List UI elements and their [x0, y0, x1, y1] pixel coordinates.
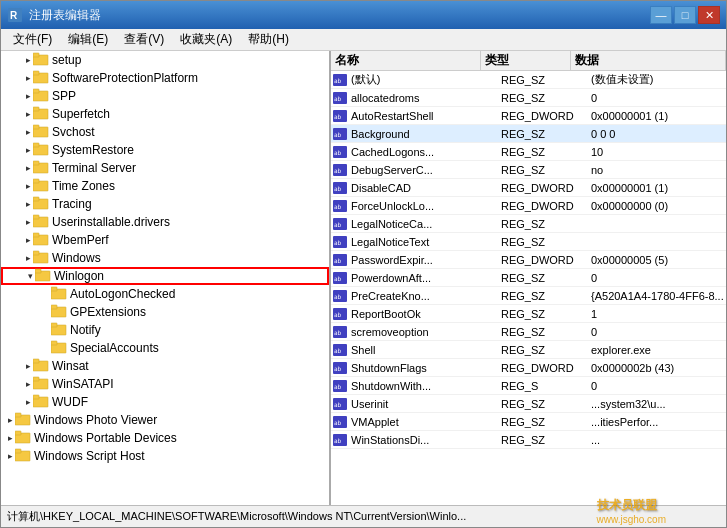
table-row[interactable]: ab CachedLogons...REG_SZ10 — [331, 143, 726, 161]
expand-arrow-icon[interactable]: ▸ — [23, 109, 33, 119]
menu-item[interactable]: 编辑(E) — [60, 29, 116, 50]
table-row[interactable]: ab ForceUnlockLo...REG_DWORD0x00000000 (… — [331, 197, 726, 215]
tree-item[interactable]: ▸ WinSATAPI — [1, 375, 329, 393]
values-list[interactable]: ab (默认)REG_SZ(数值未设置) ab allocatedromsREG… — [331, 71, 726, 505]
expand-arrow-icon[interactable]: ▸ — [23, 91, 33, 101]
tree-item-label: WinSATAPI — [52, 377, 114, 391]
expand-arrow-icon[interactable]: ▸ — [23, 361, 33, 371]
table-row[interactable]: ab scremoveoptionREG_SZ0 — [331, 323, 726, 341]
svg-rect-13 — [33, 143, 39, 147]
table-row[interactable]: ab PreCreateKno...REG_SZ{A520A1A4-1780-4… — [331, 287, 726, 305]
col-header-name[interactable]: 名称 — [331, 51, 481, 70]
tree-item[interactable]: ▸ Windows Portable Devices — [1, 429, 329, 447]
expand-arrow-icon[interactable]: ▸ — [23, 217, 33, 227]
menu-item[interactable]: 文件(F) — [5, 29, 60, 50]
tree-item[interactable]: ▸ SPP — [1, 87, 329, 105]
table-row[interactable]: ab allocatedromsREG_SZ0 — [331, 89, 726, 107]
tree-item[interactable]: ▸ SoftwareProtectionPlatform — [1, 69, 329, 87]
expand-arrow-icon[interactable] — [41, 343, 51, 353]
menu-item[interactable]: 帮助(H) — [240, 29, 297, 50]
expand-arrow-icon[interactable]: ▸ — [23, 55, 33, 65]
expand-arrow-icon[interactable] — [41, 325, 51, 335]
value-name: (默认) — [349, 72, 501, 87]
expand-arrow-icon[interactable]: ▸ — [23, 163, 33, 173]
value-name: ShutdownFlags — [349, 362, 501, 374]
expand-arrow-icon[interactable]: ▸ — [23, 127, 33, 137]
table-row[interactable]: ab AutoRestartShellREG_DWORD0x00000001 (… — [331, 107, 726, 125]
expand-arrow-icon[interactable]: ▸ — [23, 235, 33, 245]
tree-item[interactable]: ▸ Windows — [1, 249, 329, 267]
tree-item[interactable]: SpecialAccounts — [1, 339, 329, 357]
table-row[interactable]: ab PowerdownAft...REG_SZ0 — [331, 269, 726, 287]
tree-item[interactable]: AutoLogonChecked — [1, 285, 329, 303]
expand-arrow-icon[interactable]: ▸ — [5, 451, 15, 461]
folder-icon — [33, 106, 49, 123]
tree-item[interactable]: Notify — [1, 321, 329, 339]
tree-item-label: Time Zones — [52, 179, 115, 193]
table-row[interactable]: ab ReportBootOkREG_SZ1 — [331, 305, 726, 323]
value-data: (数值未设置) — [591, 72, 726, 87]
menu-item[interactable]: 收藏夹(A) — [172, 29, 240, 50]
tree-item[interactable]: ▸ WUDF — [1, 393, 329, 411]
expand-arrow-icon[interactable]: ▾ — [25, 271, 35, 281]
tree-item[interactable]: ▸ setup — [1, 51, 329, 69]
expand-arrow-icon[interactable]: ▸ — [23, 253, 33, 263]
folder-icon — [51, 322, 67, 339]
svg-rect-7 — [33, 89, 39, 93]
table-row[interactable]: ab DebugServerC...REG_SZno — [331, 161, 726, 179]
value-name: Userinit — [349, 398, 501, 410]
tree-item-label: setup — [52, 53, 81, 67]
expand-arrow-icon[interactable] — [41, 307, 51, 317]
value-type: REG_DWORD — [501, 200, 591, 212]
tree-item[interactable]: ▾ Winlogon — [1, 267, 329, 285]
svg-rect-39 — [33, 377, 39, 381]
expand-arrow-icon[interactable] — [41, 289, 51, 299]
col-header-data[interactable]: 数据 — [571, 51, 726, 70]
table-row[interactable]: ab WinStationsDi...REG_SZ... — [331, 431, 726, 449]
maximize-button[interactable]: □ — [674, 6, 696, 24]
table-row[interactable]: ab ShutdownWith...REG_S0 — [331, 377, 726, 395]
main-content: ▸ setup▸ SoftwareProtectionPlatform▸ SPP… — [1, 51, 726, 505]
tree-item[interactable]: ▸ Tracing — [1, 195, 329, 213]
tree-item[interactable]: ▸ Superfetch — [1, 105, 329, 123]
expand-arrow-icon[interactable]: ▸ — [23, 145, 33, 155]
table-row[interactable]: ab PasswordExpir...REG_DWORD0x00000005 (… — [331, 251, 726, 269]
tree-pane[interactable]: ▸ setup▸ SoftwareProtectionPlatform▸ SPP… — [1, 51, 331, 505]
table-row[interactable]: ab DisableCADREG_DWORD0x00000001 (1) — [331, 179, 726, 197]
tree-item[interactable]: GPExtensions — [1, 303, 329, 321]
expand-arrow-icon[interactable]: ▸ — [23, 181, 33, 191]
expand-arrow-icon[interactable]: ▸ — [23, 379, 33, 389]
tree-item[interactable]: ▸ WbemPerf — [1, 231, 329, 249]
tree-item[interactable]: ▸ Time Zones — [1, 177, 329, 195]
registry-value-icon: ab — [331, 107, 349, 125]
table-row[interactable]: ab LegalNoticeTextREG_SZ — [331, 233, 726, 251]
tree-item[interactable]: ▸ SystemRestore — [1, 141, 329, 159]
tree-item[interactable]: ▸ Windows Script Host — [1, 447, 329, 465]
close-button[interactable]: ✕ — [698, 6, 720, 24]
tree-item[interactable]: ▸ Svchost — [1, 123, 329, 141]
expand-arrow-icon[interactable]: ▸ — [23, 199, 33, 209]
value-type: REG_SZ — [501, 308, 591, 320]
tree-item[interactable]: ▸ Windows Photo Viewer — [1, 411, 329, 429]
tree-item[interactable]: ▸ Winsat — [1, 357, 329, 375]
tree-item[interactable]: ▸ Terminal Server — [1, 159, 329, 177]
expand-arrow-icon[interactable]: ▸ — [23, 73, 33, 83]
registry-value-icon: ab — [331, 71, 349, 89]
table-row[interactable]: ab ShutdownFlagsREG_DWORD0x0000002b (43) — [331, 359, 726, 377]
tree-item[interactable]: ▸ Userinstallable.drivers — [1, 213, 329, 231]
svg-text:ab: ab — [334, 239, 342, 246]
expand-arrow-icon[interactable]: ▸ — [23, 397, 33, 407]
table-row[interactable]: ab VMAppletREG_SZ...itiesPerfor... — [331, 413, 726, 431]
table-row[interactable]: ab (默认)REG_SZ(数值未设置) — [331, 71, 726, 89]
table-row[interactable]: ab UserinitREG_SZ...system32\u... — [331, 395, 726, 413]
table-row[interactable]: ab ShellREG_SZexplorer.exe — [331, 341, 726, 359]
col-header-type[interactable]: 类型 — [481, 51, 571, 70]
expand-arrow-icon[interactable]: ▸ — [5, 433, 15, 443]
table-row[interactable]: ab LegalNoticeCa...REG_SZ — [331, 215, 726, 233]
folder-icon — [33, 160, 49, 177]
expand-arrow-icon[interactable]: ▸ — [5, 415, 15, 425]
table-row[interactable]: ab BackgroundREG_SZ0 0 0 — [331, 125, 726, 143]
svg-text:ab: ab — [334, 221, 342, 228]
menu-item[interactable]: 查看(V) — [116, 29, 172, 50]
minimize-button[interactable]: — — [650, 6, 672, 24]
